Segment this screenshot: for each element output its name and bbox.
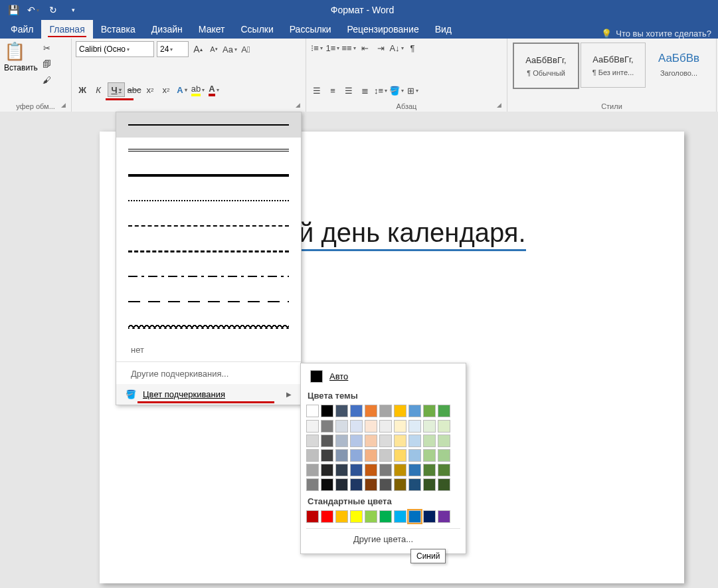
group-label-styles: Стили <box>507 102 716 110</box>
redo-icon[interactable]: ↻ <box>45 2 61 18</box>
font-name-combo[interactable]: Calibri (Осно <box>76 41 154 57</box>
underline-button[interactable]: Ч <box>108 82 125 97</box>
tab-design[interactable]: Дизайн <box>143 20 191 39</box>
qat-customize-icon[interactable]: ▾ <box>65 2 81 18</box>
change-case-icon[interactable]: Aa <box>223 43 236 56</box>
borders-icon[interactable]: ⊞ <box>406 84 419 97</box>
save-icon[interactable]: 💾 <box>5 2 21 18</box>
copy-icon[interactable]: 🗐 <box>41 57 54 70</box>
clipboard-icon: 📋 <box>4 41 25 62</box>
bullets-icon[interactable]: ⁝≡ <box>310 41 323 54</box>
format-painter-icon[interactable]: 🖌 <box>41 73 54 86</box>
decrease-indent-icon[interactable]: ⇤ <box>358 41 371 54</box>
superscript-button[interactable]: x2 <box>159 83 173 96</box>
paste-button[interactable]: 📋 Вставить <box>4 41 38 86</box>
tab-review[interactable]: Рецензирование <box>339 20 427 39</box>
sort-icon[interactable]: A↓ <box>390 41 403 54</box>
subscript-button[interactable]: x2 <box>143 83 157 96</box>
line-spacing-icon[interactable]: ↕≡ <box>374 84 387 97</box>
bold-button[interactable]: Ж <box>76 83 89 96</box>
tab-view[interactable]: Вид <box>427 20 460 39</box>
style-normal[interactable]: АаБбВвГг, ¶ Обычный <box>513 43 579 89</box>
shrink-font-icon[interactable]: A▾ <box>207 43 221 56</box>
align-left-icon[interactable]: ☰ <box>310 84 323 97</box>
tab-file[interactable]: Файл <box>3 20 41 39</box>
align-center-icon[interactable]: ≡ <box>326 84 339 97</box>
group-label-paragraph: Абзац <box>306 102 507 110</box>
tab-insert[interactable]: Вставка <box>93 20 143 39</box>
paragraph-dialog-launcher[interactable]: ◢ <box>497 102 505 110</box>
italic-button[interactable]: К <box>92 83 105 96</box>
font-size-combo[interactable]: 24 <box>157 41 189 57</box>
grow-font-icon[interactable]: A▴ <box>191 43 205 56</box>
highlight-color-icon[interactable]: ab <box>191 83 205 96</box>
undo-icon[interactable]: ↶ <box>25 2 41 18</box>
group-label-clipboard: уфер обм... <box>0 102 71 110</box>
ribbon-tabs: Файл Главная Вставка Дизайн Макет Ссылки… <box>0 20 718 39</box>
lightbulb-icon: 💡 <box>601 29 612 39</box>
underline-dropdown: нет Другие подчеркивания... 🪣 Цвет подче… <box>116 112 302 112</box>
multilevel-list-icon[interactable]: ≡≡ <box>342 41 355 54</box>
style-no-spacing[interactable]: АаБбВвГг, ¶ Без инте... <box>581 43 646 88</box>
style-heading1[interactable]: АаБбВв Заголово... <box>647 43 711 86</box>
shading-icon[interactable]: 🪣 <box>390 84 403 97</box>
tab-layout[interactable]: Макет <box>191 20 233 39</box>
increase-indent-icon[interactable]: ⇥ <box>374 41 387 54</box>
strikethrough-button[interactable]: abc <box>128 83 141 96</box>
cut-icon[interactable]: ✂ <box>41 41 54 54</box>
font-dialog-launcher[interactable]: ◢ <box>296 102 304 110</box>
tab-home[interactable]: Главная <box>41 20 92 39</box>
font-color-icon[interactable]: A <box>207 83 221 96</box>
numbering-icon[interactable]: 1≡ <box>326 41 339 54</box>
align-right-icon[interactable]: ☰ <box>342 84 355 97</box>
tab-mailings[interactable]: Рассылки <box>282 20 339 39</box>
show-marks-icon[interactable]: ¶ <box>406 41 419 54</box>
justify-icon[interactable]: ≣ <box>358 84 371 97</box>
window-title: Формат - Word <box>86 5 638 15</box>
tell-me[interactable]: 💡 Что вы хотите сделать? <box>594 29 718 39</box>
text-effects-icon[interactable]: A <box>175 83 189 96</box>
tab-references[interactable]: Ссылки <box>232 20 281 39</box>
clear-formatting-icon[interactable]: A⃠ <box>239 43 252 56</box>
clipboard-dialog-launcher[interactable]: ◢ <box>61 102 69 110</box>
